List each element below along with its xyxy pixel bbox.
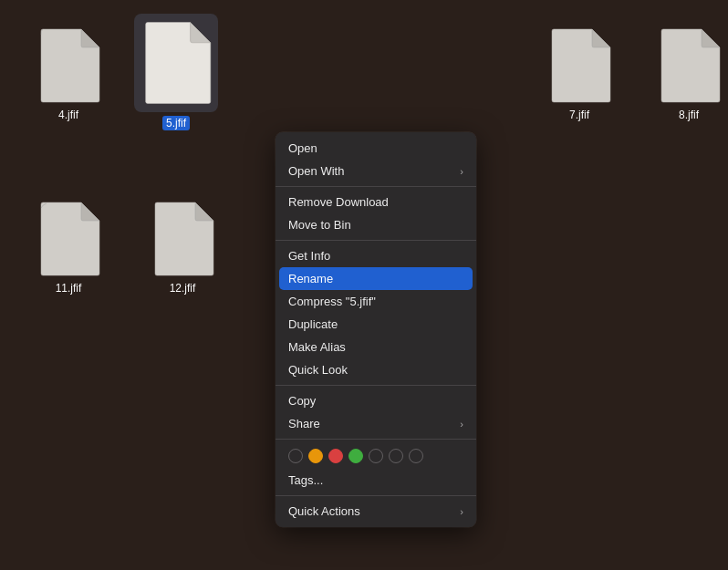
menu-label-quick-actions: Quick Actions (288, 504, 360, 518)
menu-label-open-with: Open With (288, 164, 344, 178)
file-thumbnail-8 (656, 27, 722, 104)
file-label-4: 4.jfif (55, 108, 82, 122)
menu-item-compress[interactable]: Compress "5.jfif" (276, 290, 476, 313)
menu-item-make-alias[interactable]: Make Alias (276, 336, 476, 358)
menu-item-quick-actions[interactable]: Quick Actions › (276, 500, 476, 523)
file-thumbnail-11 (36, 201, 101, 277)
desktop: 4.jfif 5.jfif 7.jfif (0, 0, 728, 570)
menu-label-quick-look: Quick Look (288, 363, 348, 377)
menu-item-get-info[interactable]: Get Info (276, 244, 476, 267)
menu-label-move-to-bin: Move to Bin (288, 218, 351, 232)
menu-item-open[interactable]: Open (276, 137, 476, 160)
file-icon-12[interactable]: 12.jfif (141, 201, 224, 295)
menu-item-move-to-bin[interactable]: Move to Bin (276, 213, 476, 236)
file-thumbnail-4 (36, 27, 101, 104)
tag-circle-empty1[interactable] (288, 449, 303, 463)
file-thumbnail-12 (150, 201, 215, 277)
menu-label-copy: Copy (288, 394, 316, 408)
separator-5 (276, 495, 476, 496)
separator-4 (276, 439, 476, 440)
menu-label-tags: Tags... (288, 473, 323, 487)
file-label-11: 11.jfif (52, 281, 86, 295)
menu-label-get-info: Get Info (288, 249, 330, 263)
menu-label-compress: Compress "5.jfif" (288, 295, 376, 308)
share-arrow-icon: › (460, 419, 463, 430)
tags-row (276, 443, 476, 469)
separator-1 (276, 186, 476, 187)
menu-label-rename: Rename (288, 272, 333, 285)
separator-2 (276, 240, 476, 241)
menu-item-open-with[interactable]: Open With › (276, 160, 476, 182)
separator-3 (276, 385, 476, 386)
menu-item-tags[interactable]: Tags... (276, 469, 476, 492)
menu-item-rename[interactable]: Rename (279, 267, 473, 290)
file-icon-4[interactable]: 4.jfif (27, 27, 109, 122)
open-with-arrow-icon: › (460, 166, 463, 177)
tag-circle-empty4[interactable] (409, 449, 423, 463)
menu-label-open: Open (288, 141, 317, 155)
quick-actions-arrow-icon: › (460, 506, 463, 517)
file-thumbnail-5 (140, 19, 213, 107)
menu-label-duplicate: Duplicate (288, 317, 338, 331)
menu-label-make-alias: Make Alias (288, 340, 346, 354)
tag-circle-orange[interactable] (308, 449, 323, 463)
menu-item-share[interactable]: Share › (276, 412, 476, 435)
menu-item-copy[interactable]: Copy (276, 389, 476, 412)
file-label-5: 5.jfif (162, 116, 190, 130)
file-label-8: 8.jfif (675, 108, 702, 122)
file-selected-bg-5 (134, 14, 218, 112)
file-icon-8[interactable]: 8.jfif (648, 27, 728, 122)
tag-circle-empty2[interactable] (369, 449, 383, 463)
menu-label-share: Share (288, 417, 320, 430)
file-icon-5[interactable]: 5.jfif (135, 14, 217, 130)
tag-circle-empty3[interactable] (389, 449, 403, 463)
file-thumbnail-7 (546, 27, 612, 104)
menu-label-remove-download: Remove Download (288, 195, 389, 209)
file-label-12: 12.jfif (166, 281, 200, 295)
menu-item-remove-download[interactable]: Remove Download (276, 191, 476, 213)
file-icon-7[interactable]: 7.jfif (538, 27, 620, 122)
tag-circle-green[interactable] (348, 449, 363, 463)
menu-item-duplicate[interactable]: Duplicate (276, 313, 476, 336)
menu-item-quick-look[interactable]: Quick Look (276, 358, 476, 381)
context-menu: Open Open With › Remove Download Move to… (276, 132, 476, 527)
file-label-7: 7.jfif (566, 108, 593, 122)
tag-circle-red[interactable] (328, 449, 343, 463)
file-icon-11[interactable]: 11.jfif (27, 201, 109, 295)
